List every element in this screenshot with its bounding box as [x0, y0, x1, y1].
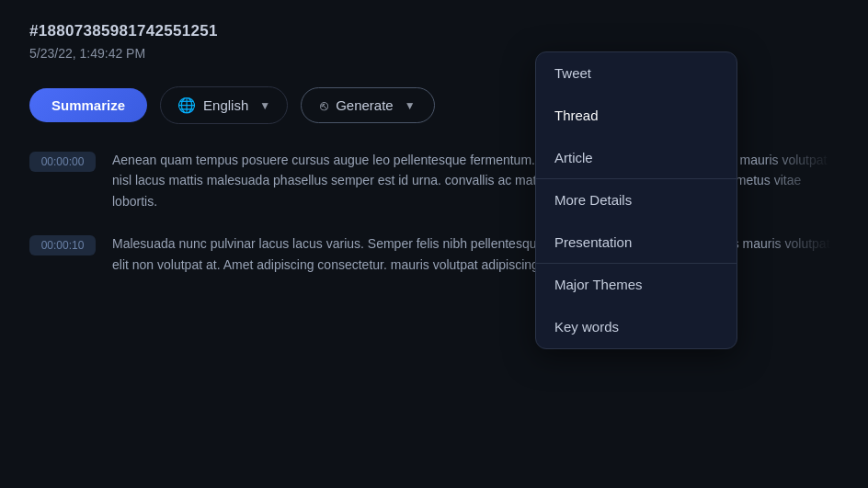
dropdown-item-major-themes[interactable]: Major Themes: [536, 264, 737, 306]
dropdown-item-presentation[interactable]: Presentation: [536, 221, 737, 264]
generate-dropdown: TweetThreadArticleMore DetailsPresentati…: [535, 51, 737, 349]
main-container: #18807385981742551251 5/23/22, 1:49:42 P…: [0, 0, 868, 488]
timestamp: 00:00:10: [29, 235, 96, 255]
dropdown-item-tweet[interactable]: Tweet: [536, 52, 737, 95]
dropdown-item-key-words[interactable]: Key words: [536, 306, 737, 348]
summarize-button[interactable]: Summarize: [29, 88, 147, 122]
generate-chevron-icon: ▼: [405, 99, 416, 112]
dropdown-item-article[interactable]: Article: [536, 137, 737, 179]
language-button[interactable]: 🌐 English ▼: [160, 86, 288, 124]
language-label: English: [203, 97, 248, 113]
generate-icon: ⎋: [320, 97, 328, 113]
generate-label: Generate: [336, 97, 394, 113]
dropdown-item-thread[interactable]: Thread: [536, 95, 737, 137]
globe-icon: 🌐: [177, 96, 196, 114]
generate-button[interactable]: ⎋ Generate ▼: [301, 87, 434, 123]
language-chevron-icon: ▼: [259, 99, 270, 112]
timestamp: 00:00:00: [29, 152, 96, 172]
dropdown-item-more-details[interactable]: More Details: [536, 179, 737, 221]
tweet-id: #18807385981742551251: [29, 22, 839, 40]
